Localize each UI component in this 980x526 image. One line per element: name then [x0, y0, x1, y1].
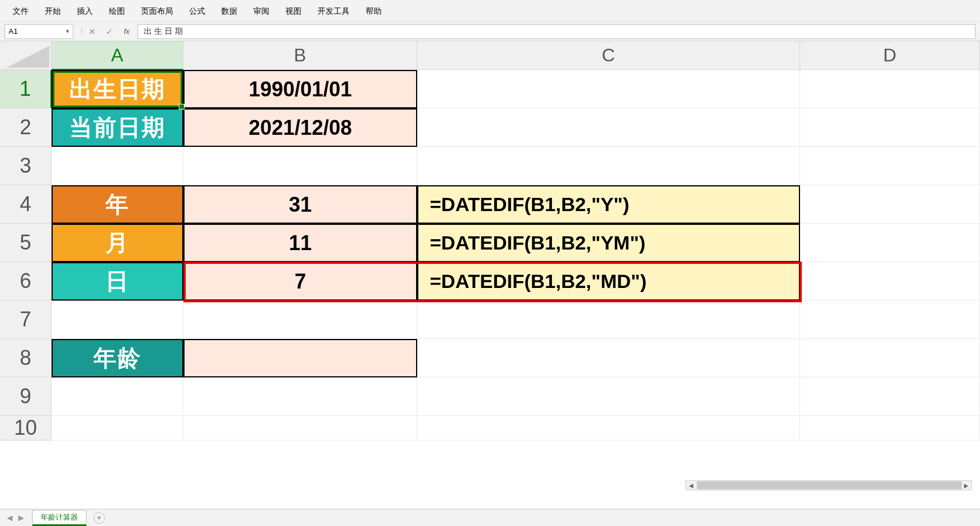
- sheet-prev-icon[interactable]: ◀: [5, 513, 15, 523]
- row-header-8[interactable]: 8: [0, 339, 52, 377]
- tab-formulas[interactable]: 公式: [181, 0, 213, 22]
- cell-B2[interactable]: 2021/12/08: [183, 108, 417, 147]
- add-sheet-button[interactable]: +: [93, 512, 105, 524]
- tab-file[interactable]: 文件: [5, 0, 37, 22]
- cell-C7[interactable]: [417, 301, 800, 339]
- cell-D6[interactable]: [800, 262, 980, 301]
- row-header-9[interactable]: 9: [0, 377, 52, 416]
- cell-B9[interactable]: [183, 377, 417, 416]
- ribbon-tabs: 文件 开始 插入 绘图 页面布局 公式 数据 审阅 视图 开发工具 帮助: [0, 0, 980, 22]
- col-header-C[interactable]: C: [417, 41, 800, 70]
- spreadsheet-app: 文件 开始 插入 绘图 页面布局 公式 数据 审阅 视图 开发工具 帮助 A1 …: [0, 0, 980, 526]
- cell-A7[interactable]: [52, 301, 183, 339]
- name-box-value: A1: [9, 27, 18, 36]
- col-header-A[interactable]: A: [52, 41, 183, 70]
- row-header-10[interactable]: 10: [0, 416, 52, 441]
- row-header-7[interactable]: 7: [0, 301, 52, 339]
- cell-B8[interactable]: [183, 339, 417, 377]
- cell-C10[interactable]: [417, 416, 800, 441]
- cell-D4[interactable]: [800, 185, 980, 224]
- cell-D8[interactable]: [800, 339, 980, 377]
- cell-C8[interactable]: [417, 339, 800, 377]
- cell-B6[interactable]: 7: [183, 262, 417, 301]
- sheet-next-icon[interactable]: ▶: [16, 513, 26, 523]
- row-header-3[interactable]: 3: [0, 147, 52, 185]
- formula-bar: A1 ▾ ⋮ ✕ ✓ fx 出生日期: [0, 22, 980, 41]
- cell-D7[interactable]: [800, 301, 980, 339]
- cell-D5[interactable]: [800, 224, 980, 262]
- cell-C4[interactable]: =DATEDIF(B1,B2,"Y"): [417, 185, 800, 224]
- tab-view[interactable]: 视图: [277, 0, 309, 22]
- tab-home[interactable]: 开始: [37, 0, 69, 22]
- sheet-tab-active[interactable]: 年龄计算器: [32, 510, 87, 526]
- cell-C5[interactable]: =DATEDIF(B1,B2,"YM"): [417, 224, 800, 262]
- tab-review[interactable]: 审阅: [245, 0, 277, 22]
- cell-B3[interactable]: [183, 147, 417, 185]
- cell-A1[interactable]: 出生日期: [52, 70, 183, 108]
- cell-B4[interactable]: 31: [183, 185, 417, 224]
- cell-A10[interactable]: [52, 416, 183, 441]
- cell-D3[interactable]: [800, 147, 980, 185]
- row-header-5[interactable]: 5: [0, 224, 52, 262]
- tab-devtools[interactable]: 开发工具: [309, 0, 358, 22]
- formula-input-value: 出生日期: [144, 26, 185, 37]
- col-header-D[interactable]: D: [800, 41, 980, 70]
- cell-D9[interactable]: [800, 377, 980, 416]
- cell-C3[interactable]: [417, 147, 800, 185]
- col-header-B[interactable]: B: [183, 41, 417, 70]
- chevron-down-icon: ▾: [66, 28, 69, 35]
- cell-C2[interactable]: [417, 108, 800, 147]
- fx-icon[interactable]: fx: [120, 25, 133, 38]
- cell-A3[interactable]: [52, 147, 183, 185]
- cell-D1[interactable]: [800, 70, 980, 108]
- row-header-2[interactable]: 2: [0, 108, 52, 147]
- tab-help[interactable]: 帮助: [358, 0, 390, 22]
- cell-A6[interactable]: 日: [52, 262, 183, 301]
- cell-A4[interactable]: 年: [52, 185, 183, 224]
- cell-A8[interactable]: 年龄: [52, 339, 183, 377]
- row-header-4[interactable]: 4: [0, 185, 52, 224]
- separator: ⋮: [78, 27, 81, 36]
- cell-B1[interactable]: 1990/01/01: [183, 70, 417, 108]
- tab-draw[interactable]: 绘图: [101, 0, 133, 22]
- accept-formula-icon[interactable]: ✓: [103, 25, 116, 38]
- cell-A5[interactable]: 月: [52, 224, 183, 262]
- cell-B7[interactable]: [183, 301, 417, 339]
- sheet-tab-bar: ◀ ▶ 年龄计算器 +: [0, 509, 980, 526]
- cell-D10[interactable]: [800, 416, 980, 441]
- tab-insert[interactable]: 插入: [69, 0, 101, 22]
- select-all-corner[interactable]: [0, 41, 52, 70]
- scrollbar-thumb[interactable]: [697, 481, 961, 489]
- cell-B10[interactable]: [183, 416, 417, 441]
- sheet-nav: ◀ ▶: [5, 513, 26, 523]
- scroll-right-icon[interactable]: ▶: [962, 481, 971, 490]
- cell-D2[interactable]: [800, 108, 980, 147]
- row-header-6[interactable]: 6: [0, 262, 52, 301]
- row-header-1[interactable]: 1: [0, 70, 52, 108]
- tab-data[interactable]: 数据: [213, 0, 245, 22]
- grid: A B C D 1 出生日期 1990/01/01 2 当前日期 2021/12…: [0, 41, 980, 441]
- scroll-left-icon[interactable]: ◀: [686, 481, 696, 490]
- cell-A2[interactable]: 当前日期: [52, 108, 183, 147]
- name-box[interactable]: A1 ▾: [5, 24, 73, 39]
- cell-A9[interactable]: [52, 377, 183, 416]
- cell-C9[interactable]: [417, 377, 800, 416]
- cell-B5[interactable]: 11: [183, 224, 417, 262]
- formula-input[interactable]: 出生日期: [138, 24, 975, 39]
- horizontal-scrollbar[interactable]: ◀ ▶: [685, 480, 972, 490]
- cell-C6[interactable]: =DATEDIF(B1,B2,"MD"): [417, 262, 800, 301]
- cancel-formula-icon[interactable]: ✕: [86, 25, 99, 38]
- grid-area: A B C D 1 出生日期 1990/01/01 2 当前日期 2021/12…: [0, 41, 980, 509]
- cell-C1[interactable]: [417, 70, 800, 108]
- tab-layout[interactable]: 页面布局: [133, 0, 181, 22]
